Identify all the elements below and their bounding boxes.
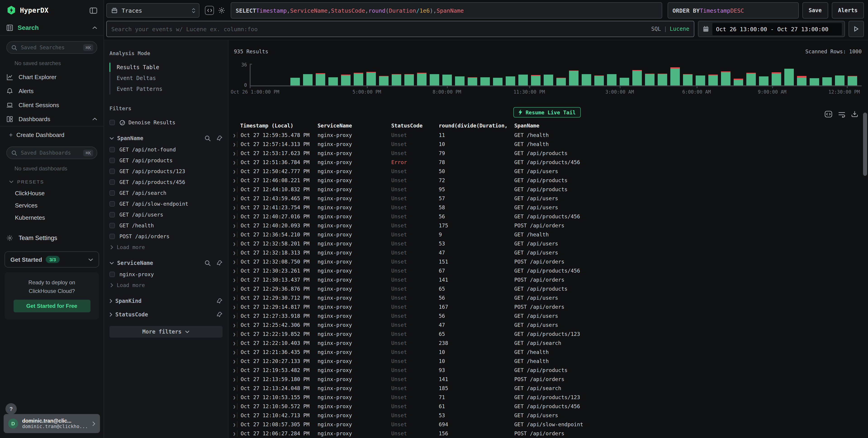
checkbox[interactable] [110,158,115,163]
table-row[interactable]: ❯Oct 27 12:25:42.306 PMnginx-proxyUnset4… [228,321,862,330]
row-expand-chevron-icon[interactable]: ❯ [233,160,237,165]
table-row[interactable]: ❯Oct 27 12:30:13.437 PMnginx-proxyUnset1… [228,275,862,284]
checkbox[interactable] [110,169,115,174]
row-expand-chevron-icon[interactable]: ❯ [233,223,237,228]
vertical-scrollbar[interactable] [863,112,867,176]
column-header-duration[interactable]: round(divide(Duration, [439,123,514,129]
table-row[interactable]: ❯Oct 27 12:10:53.155 PMnginx-proxyUnset7… [228,393,862,402]
table-row[interactable]: ❯Oct 27 12:21:36.435 PMnginx-proxyUnset1… [228,347,862,357]
row-expand-chevron-icon[interactable]: ❯ [233,259,237,264]
row-expand-chevron-icon[interactable]: ❯ [233,142,237,147]
column-header-timestamp[interactable]: Timestamp (Local) [237,123,317,129]
table-row[interactable]: ❯Oct 27 12:32:58.201 PMnginx-proxyUnset5… [228,239,862,248]
checkbox[interactable] [110,179,115,185]
pin-icon[interactable] [216,135,222,141]
checkbox[interactable] [110,212,115,217]
table-row[interactable]: ❯Oct 27 12:59:35.478 PMnginx-proxyUnset1… [228,131,862,140]
user-menu[interactable]: D dominic.tran@clic... dominic.tran@clic… [4,414,100,433]
denoise-results-checkbox[interactable]: Denoise Results [110,117,222,128]
alerts-button[interactable]: Alerts [832,2,864,19]
select-query-input[interactable]: SELECT Timestamp,ServiceName,StatusCode,… [231,2,662,19]
histogram-bar[interactable] [721,71,731,86]
table-row[interactable]: ❯Oct 27 12:29:14.817 PMnginx-proxyUnset1… [228,302,862,311]
histogram-bar[interactable] [670,68,680,86]
table-row[interactable]: ❯Oct 27 12:29:30.712 PMnginx-proxyUnset5… [228,293,862,302]
pin-icon[interactable] [216,298,222,304]
time-range-picker[interactable]: Oct 26 13:00:00 - Oct 27 13:00:00 [698,21,845,37]
more-filters-button[interactable]: More filters [110,326,222,338]
table-row[interactable]: ❯Oct 27 12:08:57.305 PMnginx-proxyUnset6… [228,420,862,429]
help-button[interactable]: ? [5,403,17,414]
histogram-bar[interactable] [392,74,401,86]
row-expand-chevron-icon[interactable]: ❯ [233,151,237,156]
analysis-mode-tab[interactable]: Results Table [111,62,222,73]
filter-value-checkbox[interactable]: GET /health [110,220,222,231]
row-expand-chevron-icon[interactable]: ❯ [233,386,237,391]
preset-kubernetes[interactable]: Kubernetes [0,211,103,224]
histogram-bar[interactable] [430,74,439,86]
presets-toggle[interactable]: PRESETS [0,175,103,187]
histogram-bar[interactable] [848,76,857,86]
table-row[interactable]: ❯Oct 27 12:50:42.777 PMnginx-proxyUnset5… [228,167,862,176]
row-expand-chevron-icon[interactable]: ❯ [233,431,237,436]
row-expand-chevron-icon[interactable]: ❯ [233,359,237,364]
row-expand-chevron-icon[interactable]: ❯ [233,268,237,273]
row-expand-chevron-icon[interactable]: ❯ [233,169,237,174]
table-row[interactable]: ❯Oct 27 12:22:19.852 PMnginx-proxyUnset6… [228,330,862,339]
table-row[interactable]: ❯Oct 27 12:29:36.876 PMnginx-proxyUnset6… [228,284,862,293]
filter-value-checkbox[interactable]: GET /api/search [110,188,222,198]
filter-group-spanname[interactable]: SpanName [110,135,222,141]
table-row[interactable]: ❯Oct 27 12:44:10.832 PMnginx-proxyUnset9… [228,185,862,194]
histogram-bar[interactable] [518,75,528,86]
histogram-bar[interactable] [366,72,376,86]
filter-value-checkbox[interactable]: GET /api/users [110,209,222,220]
row-expand-chevron-icon[interactable]: ❯ [233,133,237,138]
histogram-bar[interactable] [607,74,617,86]
row-expand-chevron-icon[interactable]: ❯ [233,323,237,328]
histogram-bar[interactable] [455,76,465,86]
histogram-bar[interactable] [379,76,389,86]
histogram-bar[interactable] [734,79,743,86]
histogram-bar[interactable] [417,73,427,86]
column-header-servicename[interactable]: ServiceName [317,123,391,129]
column-header-statuscode[interactable]: StatusCode [391,123,439,129]
filter-value-checkbox[interactable]: GET /api/products [110,155,222,166]
histogram-bar[interactable] [404,74,414,86]
analysis-mode-tab[interactable]: Event Patterns [111,83,222,95]
row-expand-chevron-icon[interactable]: ❯ [233,368,237,373]
row-expand-chevron-icon[interactable]: ❯ [233,350,237,355]
preset-services[interactable]: Services [0,199,103,211]
table-row[interactable]: ❯Oct 27 12:13:59.180 PMnginx-proxyUnset1… [228,375,862,384]
row-expand-chevron-icon[interactable]: ❯ [233,341,237,345]
histogram-bar[interactable] [822,77,832,86]
checkbox[interactable] [110,147,115,152]
filter-search-icon[interactable] [205,260,211,266]
histogram-bar[interactable] [810,78,819,86]
filter-group-spankind[interactable]: SpanKind [110,298,222,304]
filter-group-servicename[interactable]: ServiceName [110,260,222,266]
table-row[interactable]: ❯Oct 27 12:43:59.465 PMnginx-proxyUnset5… [228,194,862,203]
histogram-bar[interactable] [784,69,794,86]
checkbox[interactable] [110,120,115,125]
checkbox[interactable] [110,201,115,207]
histogram-bar[interactable] [468,77,477,86]
saved-dashboards-input[interactable]: Saved Dashboards ⌘K [6,146,97,159]
row-expand-chevron-icon[interactable]: ❯ [233,250,237,255]
pin-icon[interactable] [216,311,222,318]
filter-value-checkbox[interactable]: GET /api/slow-endpoint [110,198,222,209]
filter-value-checkbox[interactable]: GET /api/products/123 [110,166,222,177]
table-row[interactable]: ❯Oct 27 12:53:17.623 PMnginx-proxyUnset7… [228,149,862,158]
row-expand-chevron-icon[interactable]: ❯ [233,205,237,210]
filter-value-checkbox[interactable]: GET /api/not-found [110,144,222,155]
preset-clickhouse[interactable]: ClickHouse [0,187,103,199]
histogram-bar[interactable] [303,74,313,86]
histogram-bar[interactable] [480,77,490,86]
histogram-bar[interactable] [506,76,515,86]
row-expand-chevron-icon[interactable]: ❯ [233,196,237,201]
histogram-bar[interactable] [582,74,591,86]
row-expand-chevron-icon[interactable]: ❯ [233,313,237,318]
row-expand-chevron-icon[interactable]: ❯ [233,287,237,291]
table-row[interactable]: ❯Oct 27 12:51:36.784 PMnginx-proxyError7… [228,158,862,167]
row-expand-chevron-icon[interactable]: ❯ [233,332,237,337]
column-header-spanname[interactable]: SpanName [514,123,862,129]
